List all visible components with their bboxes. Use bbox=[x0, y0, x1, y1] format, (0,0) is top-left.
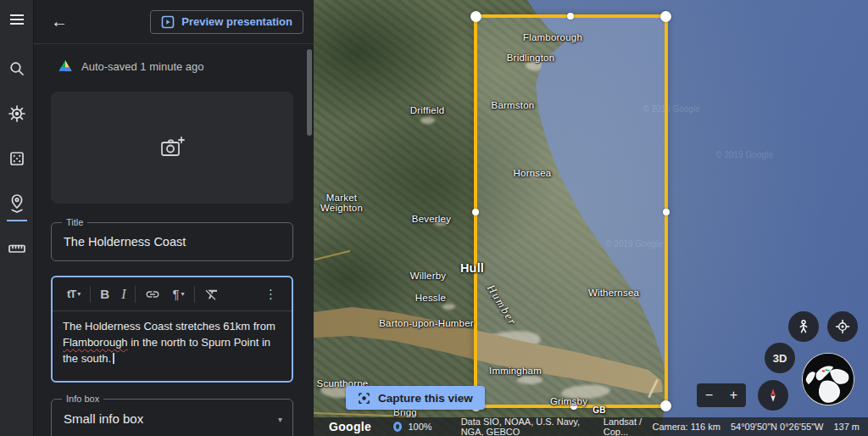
selection-handle-right[interactable] bbox=[663, 209, 670, 215]
map-pin-icon bbox=[8, 193, 26, 214]
map-label-hull: Hull bbox=[460, 261, 484, 275]
my-location-icon bbox=[834, 318, 851, 335]
more-options-button[interactable]: ⋮ bbox=[259, 287, 283, 302]
compass-needle-icon bbox=[764, 386, 782, 405]
projects-button[interactable] bbox=[0, 184, 34, 223]
map-label-immingham: Immingham bbox=[489, 366, 542, 376]
urban-patch bbox=[420, 117, 435, 124]
clear-formatting-button[interactable] bbox=[198, 287, 225, 302]
google-earth-app: ← Preview presentation Auto-saved 1 minu… bbox=[0, 0, 868, 436]
panel-header: ← Preview presentation bbox=[34, 0, 314, 44]
globe-view-button[interactable] bbox=[802, 353, 854, 405]
feeling-lucky-button[interactable] bbox=[0, 139, 34, 178]
search-icon bbox=[8, 60, 25, 77]
capture-this-view-button[interactable]: Capture this view bbox=[346, 386, 485, 410]
road bbox=[314, 250, 350, 261]
infobox-select[interactable]: Info box Small info box ▾ bbox=[51, 399, 293, 436]
search-button[interactable] bbox=[0, 49, 34, 88]
map-status-bar: Google 100% Data SIO, NOAA, U.S. Navy, N… bbox=[314, 417, 868, 436]
zoom-out-button[interactable]: − bbox=[697, 388, 721, 403]
map-label-flamborough: Flamborough bbox=[523, 32, 582, 42]
title-field-label: Title bbox=[62, 217, 87, 227]
my-location-button[interactable] bbox=[827, 311, 858, 342]
camera-readout: Camera: 116 km 54°09'50"N 0°26'55"W 137 … bbox=[652, 422, 860, 432]
map-label-driffield: Driffield bbox=[410, 105, 445, 115]
selection-handle-left[interactable] bbox=[472, 209, 479, 215]
toolbar-divider bbox=[135, 286, 136, 303]
selection-handle-top-right[interactable] bbox=[660, 11, 671, 22]
map-viewport[interactable]: © 2019 Google © 2019 Google © 2019 Googl… bbox=[314, 0, 868, 436]
measure-button[interactable] bbox=[0, 229, 34, 268]
autosave-text: Auto-saved 1 minute ago bbox=[81, 60, 204, 73]
toolbar-divider bbox=[90, 286, 91, 303]
selection-handle-bottom-right[interactable] bbox=[660, 400, 671, 411]
description-text[interactable]: The Holderness Coast stretches 61km from… bbox=[53, 311, 292, 375]
imagery-quality-icon bbox=[393, 422, 402, 432]
3d-toggle-button[interactable]: 3D bbox=[765, 343, 795, 373]
infobox-label: Info box bbox=[62, 394, 103, 404]
pegman-icon bbox=[795, 318, 812, 335]
capture-this-view-label: Capture this view bbox=[378, 392, 473, 405]
ship-wheel-icon bbox=[8, 104, 26, 123]
text-size-button[interactable]: tT ▾ bbox=[61, 288, 86, 300]
earth-globe-icon bbox=[802, 353, 854, 405]
map-label-grimsby: Grimsby bbox=[550, 396, 587, 406]
camera-distance: Camera: 116 km bbox=[652, 422, 721, 432]
caret-down-icon: ▾ bbox=[181, 290, 185, 298]
play-presentation-icon bbox=[161, 15, 175, 29]
toolbar-divider bbox=[194, 286, 195, 303]
voyager-button[interactable] bbox=[0, 94, 34, 133]
paragraph-style-button[interactable]: ¶ ▾ bbox=[166, 287, 190, 301]
dropdown-caret-icon: ▾ bbox=[278, 415, 282, 424]
preview-presentation-label: Preview presentation bbox=[181, 15, 292, 28]
description-editor[interactable]: tT ▾ B I ¶ ▾ ⋮ The Ho bbox=[51, 276, 293, 383]
dice-icon bbox=[8, 150, 25, 167]
imagery-attribution: Landsat / Cop... bbox=[604, 416, 653, 436]
title-field[interactable]: Title The Holderness Coast bbox=[51, 222, 293, 261]
map-label-country-gb: GB bbox=[593, 405, 605, 415]
selection-handle-top-left[interactable] bbox=[470, 11, 481, 22]
map-label-willerby: Willerby bbox=[410, 271, 447, 281]
map-label-market-weighton: Market Weighton bbox=[320, 193, 363, 213]
editor-toolbar: tT ▾ B I ¶ ▾ ⋮ bbox=[53, 277, 292, 311]
caret-down-icon: ▾ bbox=[77, 290, 81, 298]
text-size-icon: tT bbox=[67, 288, 75, 300]
capture-region-rectangle[interactable] bbox=[474, 14, 668, 408]
insert-link-button[interactable] bbox=[139, 287, 166, 302]
description-text-before: The Holderness Coast stretches 61km from bbox=[63, 320, 275, 333]
italic-button[interactable]: I bbox=[115, 287, 131, 302]
map-label-beverley: Beverley bbox=[412, 214, 451, 224]
map-label-hessle: Hessle bbox=[415, 293, 446, 303]
main-menu-button[interactable] bbox=[0, 0, 34, 39]
imagery-percent: 100% bbox=[408, 422, 431, 432]
map-label-hornsea: Hornsea bbox=[514, 168, 552, 178]
map-label-bridlington: Bridlington bbox=[507, 53, 555, 63]
map-watermark: © 2019 Google bbox=[715, 150, 772, 159]
google-drive-icon bbox=[58, 59, 73, 74]
zoom-in-button[interactable]: + bbox=[721, 388, 746, 403]
add-photo-icon bbox=[159, 136, 185, 159]
map-label-withernsea: Withernsea bbox=[588, 288, 639, 298]
bold-button[interactable]: B bbox=[94, 287, 115, 301]
back-button[interactable]: ← bbox=[51, 12, 68, 31]
camera-coordinates: 54°09'50"N 0°26'55"W bbox=[731, 422, 823, 432]
zoom-control[interactable]: − + bbox=[697, 383, 746, 407]
selection-handle-top[interactable] bbox=[567, 13, 574, 20]
compass-button[interactable] bbox=[758, 380, 788, 411]
pegman-button[interactable] bbox=[788, 311, 819, 342]
map-label-barmston: Barmston bbox=[492, 100, 535, 110]
infobox-value[interactable]: Small info box bbox=[52, 400, 292, 436]
link-icon bbox=[145, 287, 160, 302]
clear-formatting-icon bbox=[204, 287, 220, 302]
autosave-row: Auto-saved 1 minute ago bbox=[34, 44, 314, 74]
left-rail bbox=[0, 0, 34, 436]
panel-scrollbar[interactable] bbox=[307, 49, 312, 136]
slide-image-placeholder[interactable] bbox=[51, 92, 293, 204]
camera-altitude: 137 m bbox=[833, 422, 860, 432]
title-field-value[interactable]: The Holderness Coast bbox=[52, 223, 292, 260]
preview-presentation-button[interactable]: Preview presentation bbox=[150, 10, 303, 34]
data-attribution: Data SIO, NOAA, U.S. Navy, NGA, GEBCO bbox=[461, 416, 595, 436]
3d-label: 3D bbox=[773, 352, 787, 365]
paragraph-icon: ¶ bbox=[172, 287, 179, 301]
google-logo: Google bbox=[329, 420, 371, 433]
